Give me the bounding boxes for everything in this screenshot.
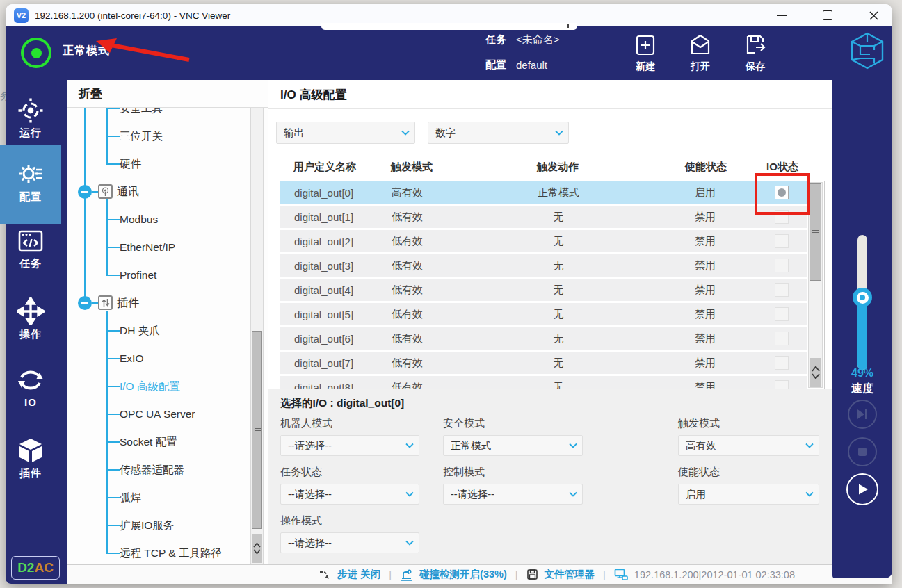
collapse-minus-icon[interactable] (78, 185, 92, 199)
tree-connector (92, 302, 98, 304)
sidebar-item-operate[interactable]: 操作 (0, 297, 61, 341)
field-select[interactable]: 高有效 (678, 435, 819, 456)
speed-slider-thumb[interactable] (853, 288, 872, 307)
field-select[interactable]: --请选择-- (280, 435, 419, 456)
table-row[interactable]: digital_out[3] 低有效 无 禁用 (280, 254, 807, 279)
cell-enable-state: 禁用 (654, 308, 756, 321)
stop-button[interactable] (848, 437, 877, 466)
io-direction-select[interactable]: 输出 (276, 122, 415, 144)
file-manager-link[interactable]: 文件管理器 (545, 568, 595, 581)
table-scrollbar-thumb[interactable] (810, 183, 821, 281)
io-state-checkbox[interactable] (775, 234, 789, 248)
tree-item[interactable]: EtherNet/IP (67, 238, 241, 257)
cell-trigger-action: 正常模式 (496, 186, 621, 199)
chevron-down-icon (564, 491, 582, 497)
sidebar-item-task[interactable]: 任务 (0, 228, 61, 270)
save-button[interactable]: 保存 (731, 32, 780, 73)
sidebar-item-run[interactable]: 运行 (0, 95, 61, 147)
field-select[interactable]: 正常模式 (443, 435, 583, 456)
tree-scrollbar-thumb[interactable] (252, 331, 262, 529)
step-status[interactable]: 步进 关闭 (337, 568, 380, 581)
io-state-checkbox[interactable] (775, 186, 789, 199)
tree-item[interactable]: DH 夹爪 (67, 321, 241, 341)
io-state-checkbox[interactable] (775, 380, 789, 389)
chevron-down-icon (812, 373, 820, 379)
io-state-checkbox[interactable] (775, 307, 789, 321)
tree-item[interactable]: 远程 TCP & 工具路径 (67, 544, 241, 563)
page-title: I/O 高级配置 (280, 87, 346, 103)
tree-item[interactable]: 通讯 (67, 182, 241, 202)
sidebar-item-config[interactable]: 配置 (0, 145, 61, 224)
new-button[interactable]: 新建 (621, 32, 670, 73)
collision-status[interactable]: 碰撞检测开启(33%) (419, 568, 507, 581)
tree-item[interactable]: ExIO (67, 349, 241, 368)
vnc-toolbar-notch[interactable] (321, 23, 577, 30)
minimize-button[interactable] (773, 6, 791, 24)
cell-trigger-mode: 低有效 (385, 235, 496, 248)
tree-item[interactable]: OPC UA Server (67, 405, 241, 424)
tree-item[interactable]: 硬件 (67, 154, 241, 174)
tree-item[interactable]: I/O 高级配置 (67, 377, 241, 396)
tree-scrollbar[interactable] (250, 108, 264, 564)
mode-status-text: 正常模式 (63, 44, 110, 58)
tree-item[interactable]: 弧焊 (67, 488, 241, 507)
io-type-select[interactable]: 数字 (428, 122, 569, 144)
field-select[interactable]: 启用 (678, 484, 819, 505)
play-icon (857, 483, 869, 496)
tree-item[interactable]: 扩展IO服务 (67, 516, 241, 535)
config-tree-panel: 折叠 安全工具 三位开关 (67, 80, 269, 564)
tree-item-label: 远程 TCP & 工具路径 (120, 546, 222, 561)
io-state-checkbox[interactable] (775, 332, 789, 345)
play-button[interactable] (846, 473, 878, 505)
cell-trigger-action: 无 (496, 332, 621, 345)
cell-trigger-mode: 低有效 (385, 332, 496, 345)
tree-item[interactable]: Socket 配置 (67, 432, 241, 452)
table-row[interactable]: digital_out[6] 低有效 无 禁用 (280, 327, 807, 352)
table-row[interactable]: digital_out[5] 低有效 无 禁用 (280, 303, 807, 327)
open-button[interactable]: 打开 (676, 32, 725, 73)
cell-trigger-action: 无 (496, 211, 621, 224)
field-select[interactable]: --请选择-- (280, 532, 419, 553)
cell-name: digital_out[5] (280, 309, 385, 320)
table-row[interactable]: digital_out[1] 低有效 无 禁用 (280, 206, 807, 230)
table-row[interactable]: digital_out[0] 高有效 正常模式 启用 (280, 181, 807, 206)
io-state-checkbox[interactable] (775, 210, 789, 224)
io-state-checkbox[interactable] (775, 356, 789, 370)
tree-collapse-header[interactable]: 折叠 (67, 80, 268, 108)
table-scrollbar-buttons[interactable] (810, 358, 821, 387)
io-config-form: 机器人模式 --请选择-- 安全模式 正常模式 (280, 417, 823, 553)
form-field: 控制模式 --请选择-- (443, 466, 678, 505)
table-scrollbar[interactable] (808, 182, 823, 388)
tree-tick-line (106, 358, 120, 359)
io-state-checkbox[interactable] (775, 283, 789, 297)
brand-cube-logo (848, 31, 887, 71)
close-button[interactable] (864, 6, 883, 24)
chevron-down-icon (396, 130, 414, 136)
d2ac-button[interactable]: D2AC (11, 556, 60, 580)
tree-item[interactable]: Profinet (67, 266, 241, 285)
io-state-checkbox[interactable] (775, 259, 789, 272)
mode-indicator-icon (21, 38, 51, 68)
tree-item[interactable]: 传感器适配器 (67, 460, 241, 480)
tree-item[interactable]: 安全工具 (67, 108, 241, 118)
tree-item-label: 传感器适配器 (120, 463, 184, 477)
chevron-down-icon (401, 443, 419, 448)
sidebar-item-plugin[interactable]: 插件 (0, 436, 61, 480)
sidebar-item-io[interactable]: IO (0, 367, 61, 408)
collapse-minus-icon[interactable] (78, 296, 92, 310)
chevron-down-icon (564, 443, 582, 448)
table-row[interactable]: digital_out[2] 低有效 无 禁用 (280, 230, 807, 254)
table-row[interactable]: digital_out[4] 低有效 无 禁用 (280, 279, 807, 303)
code-window-icon (17, 228, 45, 254)
tree-item[interactable]: 插件 (67, 293, 241, 313)
tree-content: 安全工具 三位开关 硬件 (67, 108, 268, 564)
maximize-button[interactable] (819, 6, 837, 24)
table-row[interactable]: digital_out[8] 低有效 无 禁用 (280, 376, 807, 389)
skip-to-end-button[interactable] (848, 400, 877, 429)
field-select[interactable]: --请选择-- (443, 484, 583, 505)
tree-scrollbar-buttons[interactable] (252, 534, 262, 563)
field-select[interactable]: --请选择-- (280, 484, 419, 505)
table-row[interactable]: digital_out[7] 低有效 无 禁用 (280, 352, 807, 376)
tree-item[interactable]: Modbus (67, 210, 241, 229)
tree-item[interactable]: 三位开关 (67, 126, 241, 146)
